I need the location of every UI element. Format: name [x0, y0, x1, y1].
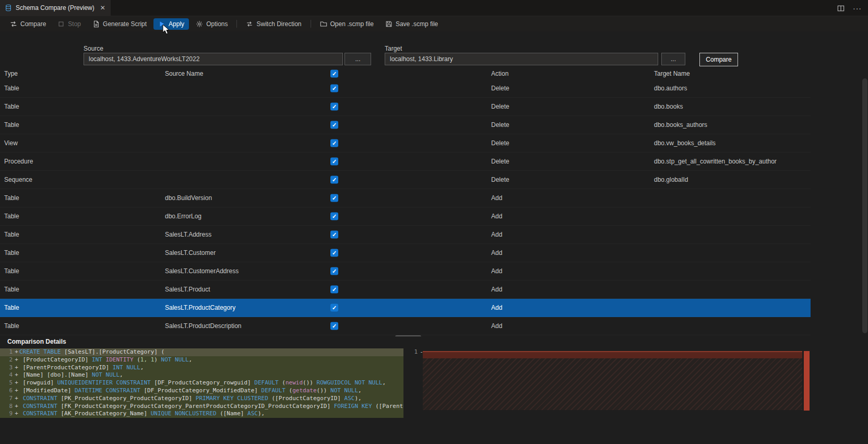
row-include-checkbox[interactable]: ✓ [330, 213, 338, 220]
schema-compare-icon [5, 4, 12, 11]
more-actions-icon[interactable]: ··· [853, 4, 862, 13]
diff-line-number: 1 [405, 348, 419, 356]
source-input[interactable]: localhost, 1433.AdventureWorksLT2022 [84, 53, 343, 65]
row-type-cell: Table [4, 85, 19, 92]
diff-line-code: [ModifiedDate] DATETIME CONSTRAINT [DF_P… [19, 387, 362, 395]
row-include-checkbox[interactable]: ✓ [330, 158, 338, 166]
row-type-cell: Table [4, 213, 19, 220]
table-row[interactable]: TableSalesLT.Customer✓Add [0, 244, 811, 262]
tab-title: Schema Compare (Preview) [16, 4, 94, 11]
stop-button-label: Stop [68, 20, 81, 28]
generate-script-button[interactable]: Generate Script [88, 18, 151, 30]
row-include-checkbox[interactable]: ✓ [330, 139, 338, 147]
apply-button[interactable]: Apply [153, 18, 189, 30]
row-checkbox-cell: ✓ [330, 304, 338, 312]
diff-line-code: [rowguid] UNIQUEIDENTIFIER CONSTRAINT [D… [19, 379, 386, 387]
diff-line-code: CREATE TABLE [SalesLT].[ProductCategory]… [19, 348, 164, 356]
row-include-checkbox[interactable]: ✓ [330, 121, 338, 129]
target-input[interactable]: localhost, 1433.Library [385, 53, 658, 65]
diff-target-pane[interactable]: 1 - [405, 348, 811, 444]
row-checkbox-cell: ✓ [330, 231, 338, 239]
select-all-checkbox[interactable]: ✓ [330, 70, 338, 78]
row-type-cell: Table [4, 249, 19, 256]
diff-line-sign: + [14, 364, 19, 372]
toolbar-divider [236, 20, 237, 28]
table-row[interactable]: Table✓Deletedbo.authors [0, 79, 811, 98]
table-row[interactable]: TableSalesLT.ProductDescription✓Add [0, 317, 811, 335]
column-header-action[interactable]: Action [491, 70, 508, 77]
editor-actions: ··· [837, 0, 862, 16]
row-action-cell: Add [491, 249, 502, 256]
diff-line: 4+ [Name] [dbo].[Name] NOT NULL, [0, 371, 403, 379]
table-row[interactable]: TableSalesLT.CustomerAddress✓Add [0, 262, 811, 281]
table-row[interactable]: Table✓Deletedbo.books [0, 98, 811, 116]
row-target-name-cell: dbo.authors [654, 85, 687, 92]
table-row[interactable]: Procedure✓Deletedbo.stp_get_all_cowritte… [0, 153, 811, 171]
row-include-checkbox[interactable]: ✓ [330, 176, 338, 184]
diff-line-number: 6 [0, 387, 14, 395]
diff-line: 8+ CONSTRAINT [FK_ProductCategory_Produc… [0, 403, 403, 411]
options-button-label: Options [206, 20, 228, 28]
row-include-checkbox[interactable]: ✓ [330, 231, 338, 239]
row-source-name-cell: SalesLT.Customer [165, 249, 216, 256]
stop-button[interactable]: Stop [53, 18, 86, 30]
comparison-details-header: Comparison Details [0, 336, 868, 348]
row-source-name-cell: dbo.ErrorLog [165, 213, 201, 220]
table-row[interactable]: TableSalesLT.ProductCategory✓Add [0, 299, 811, 317]
diff-line-code: CONSTRAINT [AK_ProductCategory_Name] UNI… [19, 410, 265, 418]
row-include-checkbox[interactable]: ✓ [330, 304, 338, 312]
row-action-cell: Add [491, 213, 502, 220]
diff-line-code: CONSTRAINT [PK_ProductCategory_ProductCa… [19, 395, 362, 403]
table-row[interactable]: Table✓Deletedbo.books_authors [0, 116, 811, 134]
diff-line-code: [ParentProductCategoryID] INT NULL, [19, 364, 144, 372]
table-row[interactable]: Sequence✓Deletedbo.globalId [0, 171, 811, 189]
row-target-name-cell: dbo.vw_books_details [654, 139, 716, 147]
column-header-target-name[interactable]: Target Name [654, 70, 690, 77]
table-row[interactable]: View✓Deletedbo.vw_books_details [0, 134, 811, 153]
diff-line-sign: + [14, 356, 19, 364]
diff-line: 7+ CONSTRAINT [PK_ProductCategory_Produc… [0, 395, 403, 403]
save-scmp-button-label: Save .scmp file [396, 20, 438, 28]
table-row[interactable]: TableSalesLT.Product✓Add [0, 281, 811, 299]
split-editor-icon[interactable] [837, 5, 845, 12]
save-scmp-button[interactable]: Save .scmp file [381, 18, 443, 30]
table-row[interactable]: TableSalesLT.Address✓Add [0, 226, 811, 244]
tab-schema-compare[interactable]: Schema Compare (Preview) ✕ [0, 0, 111, 16]
tab-close-icon[interactable]: ✕ [100, 4, 105, 11]
row-include-checkbox[interactable]: ✓ [330, 286, 338, 294]
switch-direction-button[interactable]: Switch Direction [241, 18, 306, 30]
row-action-cell: Delete [491, 139, 509, 147]
toolbar-divider [311, 20, 311, 28]
table-row[interactable]: Tabledbo.BuildVersion✓Add [0, 189, 811, 207]
open-scmp-button[interactable]: Open .scmp file [315, 18, 378, 30]
row-checkbox-cell: ✓ [330, 176, 338, 184]
row-include-checkbox[interactable]: ✓ [330, 267, 338, 275]
compare-button[interactable]: Compare [5, 18, 51, 30]
row-target-name-cell: dbo.books [654, 103, 683, 110]
row-target-name-cell: dbo.globalId [654, 176, 688, 183]
row-checkbox-cell: ✓ [330, 267, 338, 275]
target-label: Target [385, 45, 402, 52]
source-browse-button[interactable]: ... [344, 53, 371, 65]
stop-icon [57, 20, 65, 28]
grid-vertical-scrollbar[interactable] [862, 78, 867, 333]
tab-bar: Schema Compare (Preview) ✕ ··· [0, 0, 868, 16]
row-include-checkbox[interactable]: ✓ [330, 194, 338, 202]
row-include-checkbox[interactable]: ✓ [330, 85, 338, 92]
table-row[interactable]: Tabledbo.ErrorLog✓Add [0, 207, 811, 226]
column-header-source-name[interactable]: Source Name [165, 70, 203, 77]
diff-source-pane[interactable]: 1+CREATE TABLE [SalesLT].[ProductCategor… [0, 348, 403, 444]
target-browse-button[interactable]: ... [661, 53, 685, 65]
diff-line-sign: + [14, 410, 19, 418]
row-checkbox-cell: ✓ [330, 103, 338, 111]
row-checkbox-cell: ✓ [330, 213, 338, 220]
row-include-checkbox[interactable]: ✓ [330, 249, 338, 257]
row-type-cell: Table [4, 304, 19, 311]
row-target-name-cell: dbo.stp_get_all_cowritten_books_by_autho… [654, 158, 777, 165]
compare-action-button[interactable]: Compare [699, 53, 738, 66]
row-include-checkbox[interactable]: ✓ [330, 103, 338, 111]
diff-line: 6+ [ModifiedDate] DATETIME CONSTRAINT [D… [0, 387, 403, 395]
options-button[interactable]: Options [191, 18, 232, 30]
row-include-checkbox[interactable]: ✓ [330, 322, 338, 330]
column-header-type[interactable]: Type [4, 70, 18, 77]
